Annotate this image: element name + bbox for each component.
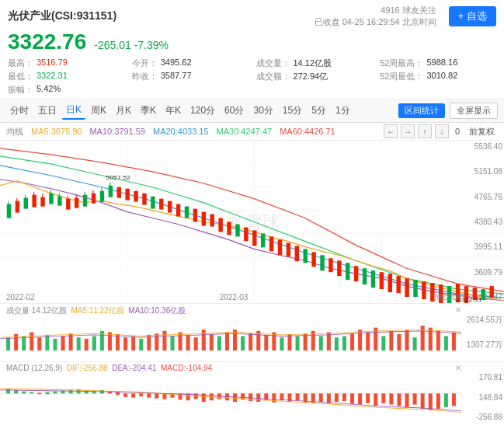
svg-rect-116 [264,335,268,351]
svg-rect-127 [350,333,354,351]
stat-52high: 52周最高： 5988.16 [380,58,496,69]
svg-rect-39 [142,194,146,205]
tab-60[interactable]: 60分 [221,103,248,119]
nav-up-button[interactable]: ↑ [418,124,432,138]
volume-ma5: MA5:11.22亿股 [71,306,126,315]
tab-fenshi[interactable]: 分时 [6,103,33,119]
svg-rect-200 [444,393,448,407]
svg-rect-160 [131,393,135,397]
x-label-3: 2022-04 [433,293,461,302]
zoom-level: 0 [452,127,463,136]
svg-rect-66 [371,270,375,288]
svg-rect-125 [335,337,339,351]
svg-rect-40 [151,197,155,209]
tab-1[interactable]: 1分 [332,103,354,119]
fuquan-button[interactable]: 前复权 [466,126,498,138]
macd-y-label-3: -256.88 [465,413,502,421]
svg-rect-152 [69,390,73,393]
svg-rect-89 [53,339,57,351]
tab-5[interactable]: 5分 [308,103,330,119]
tab-120[interactable]: 120分 [186,103,219,119]
svg-rect-65 [363,268,367,284]
main-chart: ⊛ 雪球 5536.40 5151.08 4765.76 4380.43 399… [0,141,504,304]
stat-high: 最高： 3516.79 [8,58,124,69]
tab-wuri[interactable]: 五日 [34,103,61,119]
volume-title: 成交量 14.12亿股 MA5:11.22亿股 MA10:10.36亿股 [6,305,186,316]
svg-rect-52 [252,230,256,246]
svg-rect-69 [396,276,400,293]
svg-rect-43 [176,204,180,217]
svg-rect-138 [436,331,440,351]
svg-rect-67 [380,272,384,289]
volume-chart: 成交量 14.12亿股 MA5:11.22亿股 MA10:10.36亿股 ✕ 2… [0,304,504,362]
svg-rect-126 [342,337,346,351]
svg-rect-172 [225,393,229,400]
nav-down-button[interactable]: ↓ [435,124,449,138]
svg-rect-117 [272,332,276,351]
svg-rect-64 [354,266,358,281]
svg-rect-51 [244,227,248,241]
interval-stats-button[interactable]: 区间统计 [398,103,445,118]
svg-rect-107 [194,337,198,351]
svg-rect-68 [388,274,392,292]
svg-rect-49 [227,222,231,235]
tab-15[interactable]: 15分 [279,103,306,119]
svg-rect-189 [358,393,362,404]
svg-rect-53 [261,233,265,247]
svg-rect-161 [139,393,143,396]
svg-rect-61 [328,258,332,272]
svg-rect-63 [346,263,349,280]
stat-amount: 成交额： 272.94亿 [256,71,373,82]
tab-zhouk[interactable]: 周K [87,103,110,119]
svg-rect-85 [22,337,26,351]
svg-rect-193 [389,393,393,404]
svg-rect-55 [278,239,282,255]
svg-rect-197 [421,393,425,409]
vol-y-label-1: 2614.55万 [465,315,502,326]
svg-rect-87 [37,337,41,351]
svg-rect-86 [30,332,33,351]
nav-right-button[interactable]: → [401,124,415,138]
svg-rect-80 [489,286,493,298]
svg-rect-58 [303,249,307,263]
volume-close-button[interactable]: ✕ [455,305,461,314]
timestamp: 已收盘 04-25 16:29:54 北京时间 [315,16,436,28]
x-label-1: 2022-02 [6,293,35,302]
dif-label: DIF:-256.88 [67,364,110,372]
svg-rect-110 [217,337,221,351]
macd-y-label-2: 148.84 [465,393,502,402]
svg-rect-148 [37,392,41,394]
svg-rect-150 [53,392,57,394]
stats-grid: 最高： 3516.79 今开： 3495.62 成交量： 14.12亿股 52周… [8,58,496,96]
fullscreen-button[interactable]: 全屏显示 [450,103,498,119]
svg-rect-44 [185,207,189,218]
svg-rect-173 [233,393,237,402]
x-axis-labels: 2022-02 2022-03 2022-04 [6,293,461,302]
svg-rect-111 [225,332,229,351]
tab-rik[interactable]: 日K [62,102,85,120]
tab-yuek[interactable]: 月K [112,103,135,119]
svg-rect-38 [134,191,137,202]
nav-left-button[interactable]: ← [384,124,398,138]
svg-rect-118 [280,337,283,351]
svg-rect-159 [123,393,127,396]
svg-rect-135 [413,337,417,351]
tab-niank[interactable]: 年K [162,103,185,119]
svg-rect-187 [342,393,346,401]
followers-info: 4916 球友关注 已收盘 04-25 16:29:54 北京时间 [315,5,436,28]
svg-rect-113 [241,337,245,351]
tab-30[interactable]: 30分 [249,103,276,119]
svg-rect-184 [319,393,323,402]
macd-close-button[interactable]: ✕ [455,364,461,372]
tab-jik[interactable]: 季K [137,103,160,119]
stat-amplitude: 振幅： 5.42% [8,84,124,96]
add-watchlist-button[interactable]: + 自选 [449,6,496,26]
macd-chart: MACD (12,26,9) DIF:-256.88 DEA:-204.41 M… [0,362,504,429]
svg-rect-104 [170,337,174,351]
svg-rect-190 [366,393,370,403]
svg-rect-109 [210,334,214,351]
svg-rect-158 [116,392,120,396]
macd-title: MACD (12,26,9) DIF:-256.88 DEA:-204.41 M… [6,364,212,372]
macd-svg [0,376,461,421]
stat-low: 最低： 3322.31 [8,71,124,82]
